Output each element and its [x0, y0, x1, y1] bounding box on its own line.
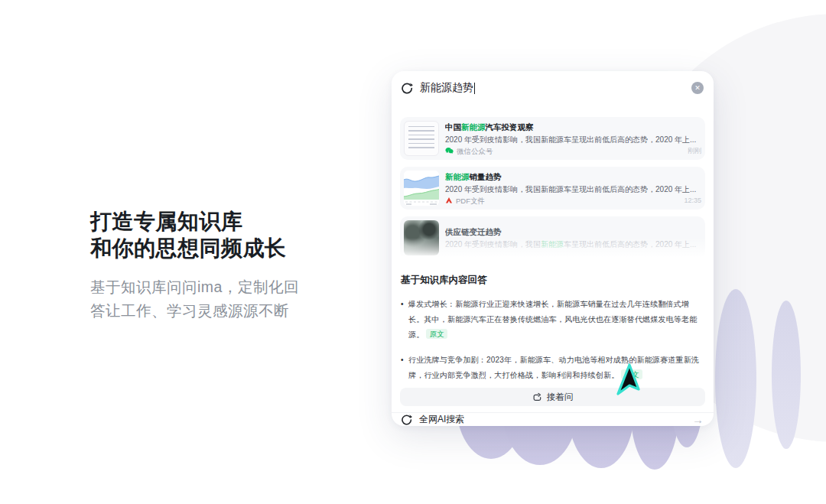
source-link[interactable]: 原文	[426, 329, 447, 339]
search-input[interactable]: 新能源趋势	[420, 81, 691, 95]
bullet-dot: •	[401, 353, 408, 383]
search-icon	[401, 414, 412, 425]
search-query-text: 新能源趋势	[420, 81, 473, 95]
search-result-item[interactable]: 供应链变迁趋势 2020 年受到疫情影响，我国新能源车呈现出前低后高的态势，20…	[400, 216, 705, 259]
result-meta: 微信公众号 刚刚	[445, 147, 701, 155]
clear-search-icon[interactable]: ✕	[691, 82, 704, 94]
page-title-line1: 打造专属知识库	[90, 210, 243, 233]
wechat-icon	[445, 147, 454, 155]
page-subtitle-line1: 基于知识库问问ima，定制化回	[90, 278, 299, 295]
web-ai-search-label: 全网AI搜索	[419, 413, 464, 426]
result-body: 新能源销量趋势 2020 年受到疫情影响，我国新能源车呈现出前低后高的态势，20…	[445, 172, 701, 205]
arrow-right-icon[interactable]: →	[692, 413, 704, 426]
result-thumbnail-chart	[404, 171, 439, 206]
pdf-icon	[445, 197, 453, 204]
web-ai-search-bar[interactable]: 全网AI搜索 →	[392, 412, 714, 426]
knowledge-search-card: 新能源趋势 ✕ 中国新能源汽车投资观察 2020 年受到疫情影响，我国新能源车呈…	[392, 71, 714, 426]
cursor-pointer	[610, 361, 647, 407]
result-time: 12:35	[684, 197, 701, 205]
page-subtitle-line2: 答让工作、学习灵感源源不断	[90, 302, 289, 319]
answer-bullet: • 爆发式增长：新能源行业正迎来快速增长，新能源车销量在过去几年连续翻倍式增长。…	[401, 297, 704, 343]
result-body: 供应链变迁趋势 2020 年受到疫情影响，我国新能源车呈现出前低后高的态势，20…	[445, 227, 701, 249]
answer-bullet-text: 爆发式增长：新能源行业正迎来快速增长，新能源车销量在过去几年连续翻倍式增长。其中…	[408, 297, 704, 343]
result-description: 2020 年受到疫情影响，我国新能源车呈现出前低后高的态势，2020 年上...	[445, 239, 701, 249]
result-source: 微信公众号	[457, 147, 493, 155]
knowledge-answer-section: 基于知识库内容回答 • 爆发式增长：新能源行业正迎来快速增长，新能源车销量在过去…	[392, 259, 714, 383]
search-icon	[401, 82, 413, 94]
result-title: 供应链变迁趋势	[445, 227, 701, 237]
page-subtitle: 基于知识库问问ima，定制化回 答让工作、学习灵感源源不断	[90, 275, 299, 323]
search-results-list: 中国新能源汽车投资观察 2020 年受到疫情影响，我国新能源车呈现出前低后高的态…	[392, 117, 714, 259]
result-title: 中国新能源汽车投资观察	[445, 122, 701, 132]
result-description: 2020 年受到疫情影响，我国新能源车呈现出前低后高的态势，2020 年上...	[445, 135, 701, 145]
result-description: 2020 年受到疫情影响，我国新能源车呈现出前低后高的态势，2020 年上...	[445, 184, 701, 194]
result-source: PDF文件	[456, 197, 485, 205]
result-thumbnail-document	[404, 121, 439, 156]
search-result-item[interactable]: 新能源销量趋势 2020 年受到疫情影响，我国新能源车呈现出前低后高的态势，20…	[400, 167, 705, 210]
answer-bullet: • 行业洗牌与竞争加剧：2023年，新能源车、动力电池等相对成熟的新能源赛道重新…	[401, 353, 704, 383]
bullet-dot: •	[401, 297, 408, 343]
continue-ask-icon	[532, 392, 542, 402]
text-caret	[474, 83, 475, 94]
search-result-item[interactable]: 中国新能源汽车投资观察 2020 年受到疫情影响，我国新能源车呈现出前低后高的态…	[400, 117, 705, 160]
hero-section: 打造专属知识库 和你的思想同频成长 基于知识库问问ima，定制化回 答让工作、学…	[90, 208, 299, 323]
page-title-line2: 和你的思想同频成长	[90, 236, 287, 260]
landing-page: 打造专属知识库 和你的思想同频成长 基于知识库问问ima，定制化回 答让工作、学…	[0, 0, 826, 504]
page-title: 打造专属知识库 和你的思想同频成长	[90, 208, 299, 262]
result-time: 刚刚	[688, 147, 701, 155]
search-bar: 新能源趋势 ✕	[392, 71, 714, 105]
result-title: 新能源销量趋势	[445, 172, 701, 182]
follow-up-button[interactable]: 接着问	[400, 388, 705, 406]
result-body: 中国新能源汽车投资观察 2020 年受到疫情影响，我国新能源车呈现出前低后高的态…	[445, 122, 701, 155]
result-meta: PDF文件 12:35	[445, 197, 701, 205]
answer-section-header: 基于知识库内容回答	[401, 274, 704, 287]
follow-up-label: 接着问	[547, 392, 574, 403]
answer-bullet-text: 行业洗牌与竞争加剧：2023年，新能源车、动力电池等相对成熟的新能源赛道重新洗牌…	[408, 353, 704, 383]
result-thumbnail-photo	[404, 220, 439, 255]
